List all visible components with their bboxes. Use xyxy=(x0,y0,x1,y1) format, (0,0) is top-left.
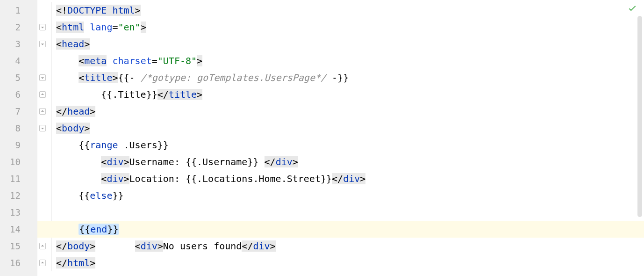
intention-bulb-icon[interactable] xyxy=(62,208,71,217)
code-line[interactable]: <body> xyxy=(37,120,644,137)
selection: {{end}} xyxy=(79,224,119,235)
code-line[interactable]: </head> xyxy=(37,103,644,120)
line-number: 7 xyxy=(0,103,37,120)
line-number: 16 xyxy=(0,254,37,271)
line-number: 13 xyxy=(0,204,37,221)
line-number: 12 xyxy=(0,187,37,204)
line-number: 3 xyxy=(0,36,37,52)
line-number: 4 xyxy=(0,52,37,69)
code-line[interactable]: </html> xyxy=(37,254,644,271)
line-number: 14 xyxy=(0,221,37,238)
code-line[interactable]: <meta charset="UTF-8"> xyxy=(37,52,644,69)
line-number: 5 xyxy=(0,69,37,86)
code-line[interactable]: <html lang="en"> xyxy=(37,19,644,36)
code-area[interactable]: <!DOCTYPE html> <html lang="en"> <head> … xyxy=(37,0,644,276)
gutter: 1 2 3 4 5 6 7 8 9 10 11 12 13 14 15 16 xyxy=(0,0,37,276)
code-line[interactable]: {{range .Users}} xyxy=(37,137,644,153)
code-line[interactable]: <div>No users found</div> xyxy=(37,204,644,221)
line-number: 9 xyxy=(0,137,37,153)
code-line[interactable]: </body> xyxy=(37,238,644,254)
line-number: 8 xyxy=(0,120,37,137)
code-line[interactable]: <title>{{- /*gotype: goTemplates.UsersPa… xyxy=(37,69,644,86)
code-line[interactable]: <!DOCTYPE html> xyxy=(37,2,644,19)
vertical-scrollbar[interactable] xyxy=(637,16,642,217)
code-line-current[interactable]: {{end}} xyxy=(37,221,644,238)
inspection-ok-icon[interactable] xyxy=(627,3,637,15)
code-line[interactable]: <head> xyxy=(37,36,644,52)
line-number: 2 xyxy=(0,19,37,36)
code-editor[interactable]: 1 2 3 4 5 6 7 8 9 10 11 12 13 14 15 16 xyxy=(0,0,644,276)
line-number: 10 xyxy=(0,153,37,170)
code-line[interactable]: <div>Username: {{.Username}} </div> xyxy=(37,153,644,170)
line-number: 6 xyxy=(0,86,37,103)
code-line[interactable]: {{.Title}}</title> xyxy=(37,86,644,103)
code-line[interactable]: <div>Location: {{.Locations.Home.Street}… xyxy=(37,170,644,187)
code-line[interactable]: {{else}} xyxy=(37,187,644,204)
line-number: 11 xyxy=(0,170,37,187)
line-number: 1 xyxy=(0,2,37,19)
line-number: 15 xyxy=(0,238,37,254)
